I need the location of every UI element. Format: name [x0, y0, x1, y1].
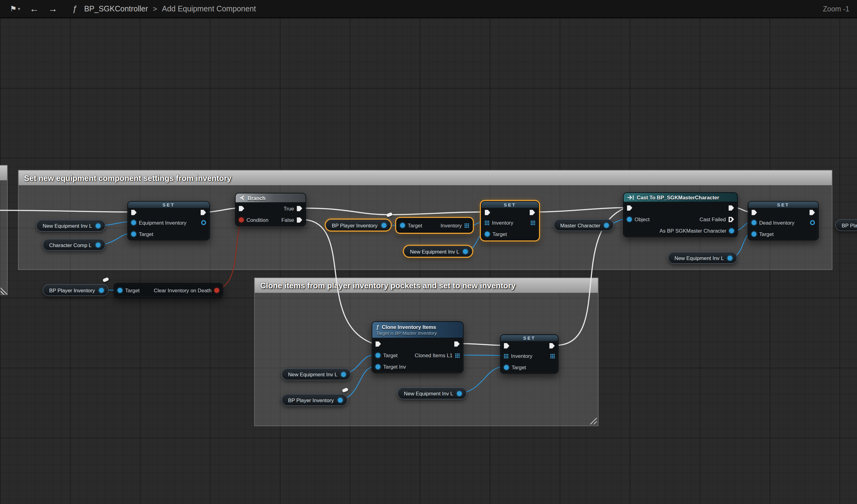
node-header[interactable]: Cast To BP_SGKMasterCharacter	[624, 193, 737, 202]
inventory-out-pin[interactable]	[465, 223, 469, 227]
exec-out-pin[interactable]	[549, 343, 555, 349]
output-pin[interactable]	[338, 398, 342, 402]
variable-node-new-equipment-inv[interactable]: New Equipment Inv L	[281, 368, 351, 380]
as-cast-out-pin[interactable]	[729, 228, 734, 233]
output-pin[interactable]	[463, 249, 468, 254]
node-header[interactable]: SET	[501, 335, 558, 341]
variable-node-master-character[interactable]: Master Character	[554, 219, 614, 231]
exec-in-pin[interactable]	[485, 210, 490, 215]
value-in-pin[interactable]	[131, 220, 136, 225]
node-header[interactable]: Branch	[235, 193, 305, 203]
node-branch[interactable]: Branch True Condition False	[235, 193, 306, 226]
comment-box-partial-left[interactable]	[0, 165, 8, 295]
exec-in-pin[interactable]	[131, 210, 137, 215]
true-exec-pin[interactable]	[297, 206, 302, 211]
variable-node-new-equipment-inv[interactable]: New Equipment Inv L	[403, 245, 473, 257]
variable-node-character-comp[interactable]: Character Comp L	[43, 239, 105, 251]
node-get-inventory[interactable]: Target Inventory	[396, 218, 473, 232]
breadcrumb-separator-icon: >	[153, 5, 157, 13]
value-out-pin[interactable]	[810, 220, 815, 225]
variable-node-bp-player-inventory[interactable]: BP Player Inventory	[281, 394, 347, 406]
breadcrumb-root[interactable]: BP_SGKController	[84, 4, 148, 13]
exec-out-pin[interactable]	[201, 210, 206, 215]
value-out-pin[interactable]	[550, 354, 555, 358]
exec-out-pin[interactable]	[454, 341, 459, 347]
variable-node-new-equipment-inv[interactable]: New Equipment Inv L	[398, 387, 467, 399]
cloned-items-out-pin[interactable]	[455, 353, 459, 358]
output-pin[interactable]	[99, 288, 104, 293]
node-header[interactable]: SET	[128, 202, 209, 208]
pin-label: Equipment Inventory	[139, 220, 187, 226]
node-header[interactable]: ƒ Clone Inventory Items Target is BP Mas…	[372, 322, 463, 338]
output-pin[interactable]	[96, 242, 100, 247]
node-header[interactable]: SET	[482, 202, 538, 208]
variable-node-new-equipment-inv[interactable]: New Equipment Inv L	[668, 252, 738, 264]
exec-in-pin[interactable]	[504, 343, 509, 349]
target-pin[interactable]	[131, 232, 136, 237]
variable-label: New Equipment Inv L	[410, 248, 459, 255]
forward-button[interactable]: →	[46, 3, 60, 15]
node-set-inventory-clone[interactable]: SET Inventory Target	[500, 334, 559, 374]
node-set-dead-inventory[interactable]: SET Dead Inventory Target	[748, 201, 819, 240]
target-pin[interactable]	[504, 365, 509, 370]
exec-out-pin[interactable]	[729, 205, 734, 211]
comment-resize-grip[interactable]	[590, 417, 597, 424]
value-in-pin[interactable]	[752, 220, 756, 225]
pin-label: Inventory	[511, 353, 532, 359]
exec-in-pin[interactable]	[627, 205, 633, 211]
variable-label: BP Play	[842, 222, 857, 228]
target-pin[interactable]	[752, 232, 756, 237]
bookmark-button[interactable]: ⚑ ▾	[8, 4, 22, 14]
value-out-pin[interactable]	[531, 220, 535, 225]
node-clone-inventory-items[interactable]: ƒ Clone Inventory Items Target is BP Mas…	[372, 321, 463, 373]
bool-out-pin[interactable]	[214, 288, 219, 293]
object-pin[interactable]	[627, 217, 632, 222]
node-title: SET	[523, 335, 536, 341]
false-exec-pin[interactable]	[297, 217, 302, 223]
comment-header[interactable]: Set new equipment component settings fro…	[18, 171, 832, 185]
back-button[interactable]: ←	[28, 3, 41, 15]
variable-node-bp-player-inventory[interactable]: BP Player Inventory	[43, 284, 108, 296]
variable-label: New Equipment Inv L	[674, 255, 724, 261]
exec-out-pin[interactable]	[530, 210, 535, 215]
target-pin[interactable]	[485, 232, 490, 237]
node-set-inventory-main[interactable]: SET Inventory Target	[481, 201, 539, 240]
value-out-pin[interactable]	[201, 220, 206, 225]
exec-in-pin[interactable]	[752, 210, 757, 215]
node-set-equipment-inventory[interactable]: SET Equipment Inventory Target	[128, 201, 210, 240]
blueprint-editor: Set new equipment component settings fro…	[0, 0, 857, 504]
output-pin[interactable]	[457, 391, 462, 396]
variable-label: BP Player Inventory	[288, 397, 334, 403]
target-inv-pin[interactable]	[375, 364, 381, 369]
target-pin[interactable]	[400, 223, 405, 228]
variable-label: New Equipment Inv L	[43, 223, 92, 229]
pin-label: Target	[759, 231, 774, 237]
value-in-pin[interactable]	[504, 354, 508, 358]
comment-header[interactable]	[0, 166, 7, 180]
variable-node-new-equipment-inv[interactable]: New Equipment Inv L	[36, 220, 105, 232]
variable-label: Master Character	[560, 222, 600, 228]
condition-pin[interactable]	[239, 218, 244, 223]
variable-node-bp-player-partial[interactable]: BP Play	[835, 219, 857, 231]
node-cast-to-bp-sgkmastercharacter[interactable]: Cast To BP_SGKMasterCharacter Object Cas…	[623, 192, 738, 237]
node-clear-inventory-on-death[interactable]: Target Clear Inventory on Death	[114, 283, 223, 298]
comment-header[interactable]: Clone items from player inventory pocket…	[255, 278, 598, 293]
output-pin[interactable]	[604, 223, 609, 228]
variable-node-bp-player-inventory[interactable]: BP Player Inventory	[325, 219, 391, 231]
value-in-pin[interactable]	[485, 220, 489, 225]
output-pin[interactable]	[96, 223, 101, 228]
cast-failed-exec-pin[interactable]	[729, 216, 734, 222]
output-pin[interactable]	[728, 255, 733, 260]
pin-label: Target	[492, 231, 507, 237]
node-header[interactable]: SET	[748, 202, 818, 208]
output-pin[interactable]	[341, 372, 346, 377]
pin-label: Object	[635, 216, 650, 223]
exec-out-pin[interactable]	[810, 210, 815, 215]
pin-label: True	[284, 206, 294, 212]
target-pin[interactable]	[375, 353, 381, 358]
target-pin[interactable]	[118, 288, 122, 293]
comment-title: Clone items from player inventory pocket…	[260, 281, 516, 290]
exec-in-pin[interactable]	[239, 206, 245, 211]
output-pin[interactable]	[382, 223, 386, 228]
exec-in-pin[interactable]	[375, 341, 381, 347]
